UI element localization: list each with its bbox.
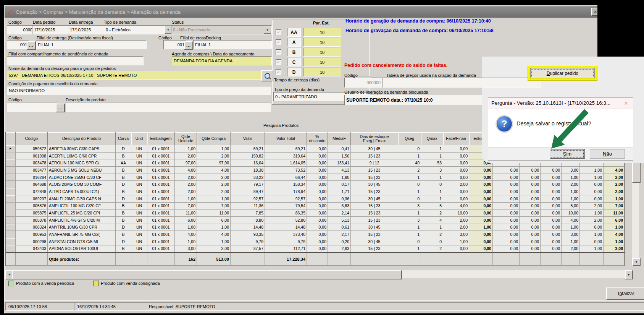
table-row[interactable]: 008324AMYTRIL 10MG C/30 CPRDUN01 x 00011… (6, 224, 625, 231)
table-row[interactable]: 043403APIDRA SOLOSTAR 100UIBUN01 x 00013… (6, 245, 625, 253)
curva-aa-checkbox[interactable]: ✓ (276, 29, 281, 35)
grid-cell: 01 x 0001 (147, 231, 175, 238)
curva-b-checkbox[interactable]: ✓ (276, 49, 281, 55)
grid-header-cell[interactable]: Descrição do Produto (48, 132, 116, 145)
table-row[interactable]: 072848ALTAD CAPS 15.000UI C/1(BUN01 x 00… (6, 188, 625, 195)
duplicar-pedido-button[interactable]: Duplicar pedido (530, 68, 595, 78)
grid-horizontal-scrollbar[interactable]: ◄ ► (5, 270, 631, 278)
grid-cell: 2,00 (443, 217, 469, 224)
codigo-tabela-field[interactable]: 000000 (344, 78, 383, 88)
codigo-produto-field[interactable] (7, 102, 57, 112)
tabela-precos-field[interactable] (383, 78, 541, 88)
filial-compart-field[interactable] (7, 56, 144, 65)
grid-header-cell[interactable]: Código (16, 132, 48, 145)
table-row[interactable]: 003477AEROLIN 5 MG SOLU NEBUBUN01 x 0001… (6, 167, 625, 174)
curva-a-checkbox[interactable]: ✓ (276, 39, 281, 45)
grid-header-cell[interactable]: Curva (116, 132, 131, 145)
condicao-field[interactable]: NAO INFORMADO (7, 86, 271, 95)
legend-periodica-swatch (8, 281, 14, 286)
row-selector-cell (6, 181, 16, 188)
data-pedido-field[interactable]: 17/10/2025 (32, 25, 69, 34)
totals-cell (307, 253, 328, 266)
grid-cell: 0,00 (469, 245, 493, 253)
table-row[interactable]: 005878AMPLICTIL 4% GTS C/20 MBUN01 x 000… (6, 217, 625, 224)
grid-header-cell[interactable]: Qmax (421, 132, 443, 145)
scroll-right-icon[interactable]: ► (625, 270, 633, 279)
produto-lookup-button[interactable]: ... (56, 104, 65, 112)
nome-demanda-field[interactable]: 5297 - DEMANDA ETICOS 06/10/2025 17:10 -… (7, 71, 263, 80)
window-titlebar[interactable]: ✓ Operação > Compras > Manutenção da dem… (5, 6, 603, 18)
codigo-field[interactable]: 0000 (7, 25, 34, 34)
grid-cell: 2,00 (197, 181, 231, 188)
table-row[interactable]: 005876AMPLICTIL 100 MG C/20 CFBUN01 x 00… (6, 203, 625, 210)
row-selector-cell: ► (6, 145, 16, 153)
curva-c-checkbox[interactable]: ✓ (276, 59, 281, 65)
grid-header-cell[interactable]: Face/Finan (443, 132, 469, 145)
grid-header-cell[interactable] (6, 132, 16, 145)
grid-header-cell[interactable]: Und (131, 132, 147, 145)
par-est-aa-field[interactable]: 10 (303, 28, 341, 37)
descricao-produto-field[interactable] (66, 102, 271, 112)
grid-header-cell[interactable]: Valor Total (265, 132, 307, 145)
grid-cell: 1 (421, 188, 443, 195)
grid-header-cell[interactable]: Qtde Unidade (175, 132, 197, 145)
nao-button[interactable]: Não (590, 149, 625, 159)
table-row[interactable]: 064688ALOIS 20MG COM 30 COMFDUN01 x 0001… (6, 181, 625, 188)
scroll-down-icon[interactable]: ▼ (632, 258, 641, 266)
table-row[interactable]: 016264ALDACTONE 25MG C/30 CFBUN01 x 0001… (6, 174, 625, 181)
cross-lookup-button[interactable]: ... (184, 41, 193, 50)
grid-header-cell[interactable]: Valor (231, 132, 265, 145)
grid-cell: 0,00 (520, 209, 541, 217)
grid-cell: 3,00 (175, 245, 197, 253)
grid-header-cell[interactable]: Embalagem (147, 132, 175, 145)
dialog-close-button[interactable]: ✕ (623, 100, 629, 107)
curva-c-box: C (287, 58, 301, 67)
agenda-field[interactable]: DEMANDA FORA DA AGENDA (172, 56, 272, 65)
grid-cell: 9,79 (265, 238, 307, 245)
table-row[interactable]: 000953ANAFRANIL SR 75 MG C/2(BUN01 x 000… (6, 231, 625, 238)
grid-cell: ABRETIA 30MG C/30 CAPS (48, 145, 116, 153)
grid-header-cell[interactable]: Qseg (398, 132, 421, 145)
horizontal-scroll-thumb[interactable] (12, 270, 402, 279)
totalizar-button[interactable]: Totalizar (606, 287, 644, 300)
totals-cell: 17.228,34 (265, 253, 307, 266)
table-row[interactable]: 000298ANESTALCON GTS C/5 MLDUN01 x 00011… (6, 238, 625, 245)
grid-cell: 01 x 0001 (147, 145, 175, 153)
filial-lookup-button[interactable]: ... (27, 41, 36, 50)
grid-cell: 0,00 (469, 181, 493, 188)
row-selector-cell (6, 174, 16, 181)
par-est-a-field[interactable]: 10 (303, 38, 341, 47)
par-est-d-field[interactable]: 10 (303, 68, 341, 76)
par-est-b-field[interactable]: 10 (303, 48, 341, 57)
grid-cell: AMPLICTIL 100 MG C/20 CF (48, 203, 116, 210)
grid-cell: 0,00 (541, 203, 562, 210)
data-entrega-field[interactable]: 17/10/2025 (68, 25, 105, 34)
par-est-c-field[interactable]: 10 (303, 58, 341, 67)
dialog-titlebar[interactable]: Pergunta - Versão: 25.10.1613I - [17/10/… (488, 98, 633, 109)
grid-header-cell[interactable]: MediaF (328, 132, 351, 145)
table-row[interactable]: 005875AMPLICTIL 25 MG C/20 CPIBUN01 x 00… (6, 209, 625, 217)
codigo-filial-field[interactable]: 001 (7, 40, 29, 49)
grid-header-cell[interactable]: % desconto (307, 132, 328, 145)
grid-cell: 0,00 (493, 203, 520, 210)
grid-cell: UN (131, 181, 147, 188)
grid-cell: 3,00 (562, 167, 580, 174)
grid-cell: 0 (398, 181, 421, 188)
background-area (597, 5, 644, 57)
grid-cell: 059372 (16, 145, 48, 153)
grid-cell: 0,00 (493, 238, 520, 245)
filial-entrega-field[interactable]: FILIAL 1 (36, 40, 147, 49)
tipo-demanda-label: Tipo de demanda (104, 20, 136, 24)
usuario-liberacao-field[interactable]: SUPORTE REMOTO data.: 07/10/25 10:0 (344, 95, 489, 105)
codigo-cross-field[interactable]: 001 (163, 40, 186, 49)
grid-cell: 2,00 (197, 174, 231, 181)
grid-header-cell[interactable]: Dias de estoque Eseg | Emax (351, 132, 398, 145)
grid-cell: 0,00 (541, 188, 562, 195)
tipo-demanda-select[interactable]: 0 - Eletrônico ▼ (104, 25, 173, 34)
table-row[interactable]: 069207AMALFI 20MG C/30 CAPS NDUN01 x 000… (6, 195, 625, 203)
grid-cell: 0,00 (520, 188, 541, 195)
grid-cell: 319,64 (265, 153, 307, 160)
filial-cross-field[interactable]: FILIAL 1 (193, 40, 272, 49)
grid-header-cell[interactable]: Qtde Compra (197, 132, 231, 145)
curva-d-checkbox[interactable]: ✓ (276, 69, 281, 75)
